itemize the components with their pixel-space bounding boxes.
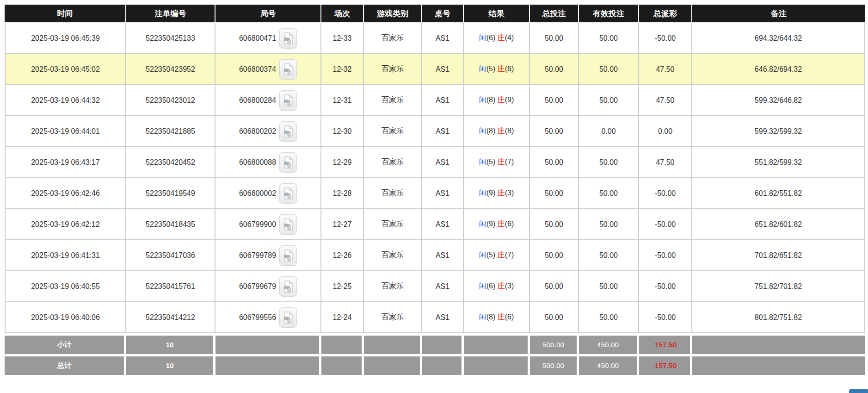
corner-action-button[interactable]: [849, 389, 868, 393]
cell-bet-id: 522350425133: [126, 23, 215, 54]
col-header-payout: 总派彩: [639, 5, 692, 23]
record-row[interactable]: 2025-03-19 06:44:32522350423012606800284…: [5, 85, 865, 116]
video-replay-button[interactable]: [279, 121, 297, 142]
record-row[interactable]: 2025-03-19 06:45:02522350423952606800374…: [5, 54, 865, 85]
cell-game-type: 百家乐: [364, 116, 422, 147]
cell-remark: 551.82/599.32: [692, 147, 865, 178]
player-label: 闲: [479, 158, 486, 166]
cell-bet-id: 522350423952: [126, 54, 215, 85]
video-file-icon: [283, 32, 293, 44]
banker-score: (3): [505, 282, 514, 290]
video-replay-button[interactable]: [279, 59, 297, 80]
cell-game-type: 百家乐: [364, 54, 422, 85]
cell-table-id: AS1: [422, 302, 464, 333]
summary-empty-table: [422, 354, 464, 375]
video-replay-button[interactable]: [279, 152, 297, 173]
summary-empty-table: [422, 333, 464, 354]
cell-total-bet: 50.00: [530, 85, 579, 116]
video-replay-button[interactable]: [279, 183, 297, 204]
player-score: (8): [486, 127, 498, 135]
cell-session: 12-32: [321, 54, 364, 85]
cell-table-id: AS1: [422, 178, 464, 209]
cell-bet-id: 522350421885: [126, 116, 215, 147]
summary-count: 10: [126, 333, 215, 354]
record-row[interactable]: 2025-03-19 06:42:46522350419549606800002…: [5, 178, 865, 209]
banker-score: (3): [505, 189, 514, 197]
cell-remark: 646.82/694.32: [692, 54, 865, 85]
video-replay-button[interactable]: [279, 307, 297, 328]
cell-remark: 801.82/751.82: [692, 302, 865, 333]
cell-game-type: 百家乐: [364, 178, 422, 209]
cell-round-id: 606799556: [215, 302, 321, 333]
summary-empty-round: [215, 354, 321, 375]
record-row[interactable]: 2025-03-19 06:41:31522350417036606799789…: [5, 240, 865, 271]
player-score: (5): [486, 65, 498, 73]
cell-payout: 0.00: [639, 116, 692, 147]
video-replay-button[interactable]: [279, 276, 297, 297]
cell-session: 12-33: [321, 23, 364, 54]
banker-label: 庄: [498, 189, 505, 197]
cell-total-bet: 50.00: [530, 209, 579, 240]
cell-valid-bet: 50.00: [579, 23, 639, 54]
banker-label: 庄: [498, 34, 505, 42]
bet-records-page: 时间 注单编号 局号 场次 游戏类别 桌号 结果 总投注 有效投注 总派彩 备注…: [0, 0, 868, 393]
record-row[interactable]: 2025-03-19 06:40:06522350414212606799556…: [5, 302, 865, 333]
cell-session: 12-28: [321, 178, 364, 209]
summary-label: 小计: [5, 333, 126, 354]
record-row[interactable]: 2025-03-19 06:43:17522350420452606800088…: [5, 147, 865, 178]
player-score: (6): [486, 34, 498, 42]
col-header-bet-id: 注单编号: [126, 5, 215, 23]
cell-payout: -50.00: [639, 271, 692, 302]
cell-time: 2025-03-19 06:44:01: [5, 116, 126, 147]
summary-empty-session: [321, 333, 364, 354]
cell-valid-bet: 50.00: [579, 85, 639, 116]
summary-label: 总计: [5, 354, 126, 375]
cell-valid-bet: 50.00: [579, 240, 639, 271]
record-row[interactable]: 2025-03-19 06:40:55522350415761606799679…: [5, 271, 865, 302]
summary-empty-session: [321, 354, 364, 375]
cell-total-bet: 50.00: [530, 178, 579, 209]
cell-valid-bet: 50.00: [579, 271, 639, 302]
player-score: (9): [486, 220, 498, 228]
cell-remark: 599.32/599.32: [692, 116, 865, 147]
cell-remark: 601.82/551.82: [692, 178, 865, 209]
record-row[interactable]: 2025-03-19 06:45:39522350425133606800471…: [5, 23, 865, 54]
summary-empty-result: [464, 333, 530, 354]
banker-label: 庄: [498, 282, 505, 290]
cell-total-bet: 50.00: [530, 271, 579, 302]
col-header-round-id: 局号: [215, 5, 321, 23]
banker-label: 庄: [498, 158, 505, 166]
banker-score: (7): [505, 158, 514, 166]
cell-table-id: AS1: [422, 147, 464, 178]
player-label: 闲: [479, 65, 486, 73]
summary-total-bet: 500.00: [530, 333, 579, 354]
cell-time: 2025-03-19 06:42:12: [5, 209, 126, 240]
player-score: (8): [486, 96, 498, 104]
cell-valid-bet: 0.00: [579, 116, 639, 147]
round-id-text: 606799900: [239, 220, 276, 229]
summary-payout: -157.50: [639, 333, 692, 354]
video-replay-button[interactable]: [279, 245, 297, 266]
cell-result: 闲(5) 庄(6): [464, 54, 530, 85]
record-row[interactable]: 2025-03-19 06:42:12522350418435606799900…: [5, 209, 865, 240]
cell-valid-bet: 50.00: [579, 54, 639, 85]
cell-total-bet: 50.00: [530, 147, 579, 178]
player-label: 闲: [479, 127, 486, 135]
cell-valid-bet: 50.00: [579, 302, 639, 333]
banker-label: 庄: [498, 220, 505, 228]
cell-session: 12-24: [321, 302, 364, 333]
cell-result: 闲(5) 庄(7): [464, 147, 530, 178]
video-replay-button[interactable]: [279, 90, 297, 111]
cell-session: 12-25: [321, 271, 364, 302]
summary-valid-bet: 450.00: [579, 333, 639, 354]
record-row[interactable]: 2025-03-19 06:44:01522350421885606800202…: [5, 116, 865, 147]
video-replay-button[interactable]: [279, 28, 297, 49]
player-score: (5): [486, 251, 498, 259]
cell-total-bet: 50.00: [530, 116, 579, 147]
cell-result: 闲(6) 庄(4): [464, 23, 530, 54]
round-id-group: 606799679: [239, 276, 297, 297]
cell-table-id: AS1: [422, 85, 464, 116]
video-replay-button[interactable]: [279, 214, 297, 235]
cell-payout: 47.50: [639, 54, 692, 85]
banker-score: (8): [505, 127, 514, 135]
